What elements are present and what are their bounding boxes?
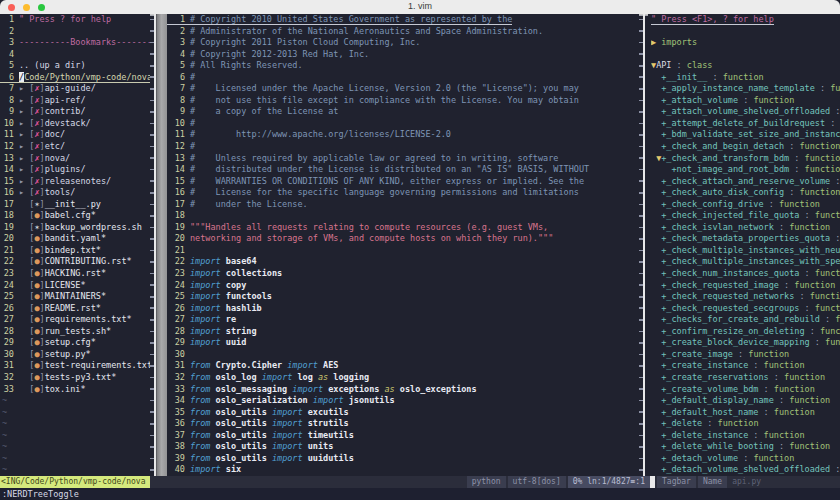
code-line[interactable]: 35from oslo_utils import excutils [167,407,639,419]
code-line[interactable]: 21 [167,245,639,257]
tree-item[interactable]: ~ [0,418,150,430]
tree-item[interactable]: 5.. (up a dir) [0,60,150,72]
code-line[interactable]: 30 [167,349,639,361]
code-line[interactable]: 37from oslo_utils import timeutils [167,430,639,442]
tag-entry[interactable]: +_check_requested_image : function [651,280,840,292]
tag-entry[interactable]: +_check_requested_networks : function [651,291,840,303]
tag-entry[interactable]: ▼+_check_and_transform_bdm : function [651,153,840,165]
code-line[interactable]: 6# [167,72,639,84]
tag-entry[interactable]: +_check_auto_disk_config : function [651,187,840,199]
tag-entry[interactable]: +_confirm_resize_on_deleting : functi [651,326,840,338]
tag-entry[interactable]: +_checks_for_create_and_rebuild : fun [651,314,840,326]
code-line[interactable]: 18 [167,210,639,222]
tree-item[interactable]: 19 [✶]backup_wordpress.sh [0,222,150,234]
tagbar-line[interactable]: " Press <F1>, ? for help [651,14,840,26]
code-line[interactable]: 23import collections [167,268,639,280]
code-line[interactable]: 1# Copyright 2010 United States Governme… [167,14,639,26]
code-line[interactable]: 22import base64 [167,256,639,268]
tree-item[interactable]: 12▸ [✗]etc/ [0,141,150,153]
tree-item[interactable]: 2 [0,26,150,38]
tree-item[interactable]: 23 [●]HACKING.rst* [0,268,150,280]
tag-entry[interactable]: +_check_num_instances_quota : functio [651,268,840,280]
code-line[interactable]: 32from oslo_log import log as logging [167,372,639,384]
tree-item[interactable]: ~ [0,441,150,453]
tree-item[interactable]: 22 [●]CONTRIBUTING.rst* [0,256,150,268]
code-line[interactable]: 13# Unless required by applicable law or… [167,153,639,165]
tree-item[interactable]: ~ [0,395,150,407]
code-line[interactable]: 19"""Handles all requests relating to co… [167,222,639,234]
tag-entry[interactable]: +_check_injected_file_quota : functio [651,210,840,222]
tree-item[interactable]: ~ [0,453,150,465]
tree-item[interactable]: 11▸ [✗]doc/ [0,129,150,141]
tree-item[interactable]: 29 [●]setup.cfg* [0,337,150,349]
tree-item[interactable]: 1" Press ? for help [0,14,150,26]
tag-entry[interactable]: +_check_attach_and_reserve_volume : f [651,176,840,188]
tagbar-line[interactable]: ▶ imports [651,37,840,49]
code-line[interactable]: 38from oslo_utils import units [167,441,639,453]
tree-item[interactable]: 4 [0,49,150,61]
tag-entry[interactable]: +__init__ : function [651,72,840,84]
tag-entry[interactable]: +_attempt_delete_of_buildrequest : fu [651,118,840,130]
code-line[interactable]: 29import uuid [167,337,639,349]
tree-item[interactable]: 6/Code/Python/vmp-code/nova [0,72,150,84]
tag-entry[interactable]: +_default_host_name : function [651,407,840,419]
tree-item[interactable]: 30 [●]setup.py* [0,349,150,361]
tree-item[interactable]: 31 [●]test-requirements.txt* [0,360,150,372]
tag-entry[interactable]: +_delete : function [651,418,840,430]
code-line[interactable]: 31from Crypto.Cipher import AES [167,360,639,372]
code-line[interactable]: 5# All Rights Reserved. [167,60,639,72]
tagbar-line[interactable]: ▼API : class [651,60,840,72]
tree-item[interactable]: ~ [0,464,150,476]
tree-item[interactable]: ~ [0,430,150,442]
tagbar-line[interactable] [651,26,840,38]
tree-item[interactable]: 25 [●]MAINTAINERS* [0,291,150,303]
code-line[interactable]: 27import re [167,314,639,326]
tag-entry[interactable]: +_check_metadata_properties_quota : f [651,233,840,245]
tag-entry[interactable]: +_delete_instance : function [651,430,840,442]
code-line[interactable]: 11# http://www.apache.org/licenses/LICEN… [167,129,639,141]
code-line[interactable]: 10# [167,118,639,130]
tree-item[interactable]: 15▸ [✗]releasenotes/ [0,176,150,188]
tree-item[interactable]: 3----------Bookmarks------- [0,37,150,49]
tag-entry[interactable]: +_attach_volume_shelved_offloaded : f [651,106,840,118]
code-line[interactable]: 34from oslo_serialization import jsonuti… [167,395,639,407]
tag-entry[interactable]: +_create_volume_bdm : function [651,384,840,396]
code-line[interactable]: 40import six [167,464,639,476]
code-line[interactable]: 8# not use this file except in complianc… [167,95,639,107]
tagbar-line[interactable] [651,49,840,61]
tag-entry[interactable]: +_check_multiple_instances_with_neutr [651,245,840,257]
tag-entry[interactable]: +_apply_instance_name_template : func [651,83,840,95]
code-line[interactable]: 26import hashlib [167,303,639,315]
tag-entry[interactable]: +_create_reservations : function [651,372,840,384]
tree-item[interactable]: 17 [✶]__init__.py [0,199,150,211]
command-line[interactable]: :NERDTreeToggle [0,488,840,500]
code-line[interactable]: 15# WARRANTIES OR CONDITIONS OF ANY KIND… [167,176,639,188]
tag-entry[interactable]: +_create_instance : function [651,360,840,372]
tree-item[interactable]: 33 [●]tox.ini* [0,384,150,396]
tag-entry[interactable]: +_default_display_name : function [651,395,840,407]
tree-item[interactable]: 20 [●]bandit.yaml* [0,233,150,245]
tag-entry[interactable]: +_check_config_drive : function [651,199,840,211]
code-line[interactable]: 4# Copyright 2012-2013 Red Hat, Inc. [167,49,639,61]
tree-item[interactable]: 8▸ [✗]api-ref/ [0,95,150,107]
tag-entry[interactable]: +_attach_volume : function [651,95,840,107]
tag-entry[interactable]: +_check_multiple_instances_with_speci [651,256,840,268]
tree-item[interactable]: 18 [●]babel.cfg* [0,210,150,222]
tag-entry[interactable]: +_check_requested_secgroups : functio [651,303,840,315]
tag-entry[interactable]: +_check_isvlan_network : function [651,222,840,234]
tag-entry[interactable]: +_create_image : function [651,349,840,361]
tag-entry[interactable]: +_check_and_begin_detach : function [651,141,840,153]
tree-item[interactable]: 32 [●]tests-py3.txt* [0,372,150,384]
tree-item[interactable]: 7▸ [✗]api-guide/ [0,83,150,95]
tag-entry[interactable]: +_delete_while_booting : function [651,441,840,453]
tree-item[interactable]: 16▸ [✗]tools/ [0,187,150,199]
tree-item[interactable]: 24 [●]LICENSE* [0,280,150,292]
code-line[interactable]: 3# Copyright 2011 Piston Cloud Computing… [167,37,639,49]
tree-item[interactable]: 14▸ [✗]plugins/ [0,164,150,176]
tag-entry[interactable]: +_create_block_device_mapping : funct [651,337,840,349]
tree-item[interactable]: 13▸ [✗]nova/ [0,153,150,165]
code-line[interactable]: 33from oslo_messaging import exceptions … [167,384,639,396]
tag-entry[interactable]: +not_image_and_root_bdm : function [651,164,840,176]
code-line[interactable]: 16# License for the specific language go… [167,187,639,199]
code-line[interactable]: 2# Administrator of the National Aeronau… [167,26,639,38]
